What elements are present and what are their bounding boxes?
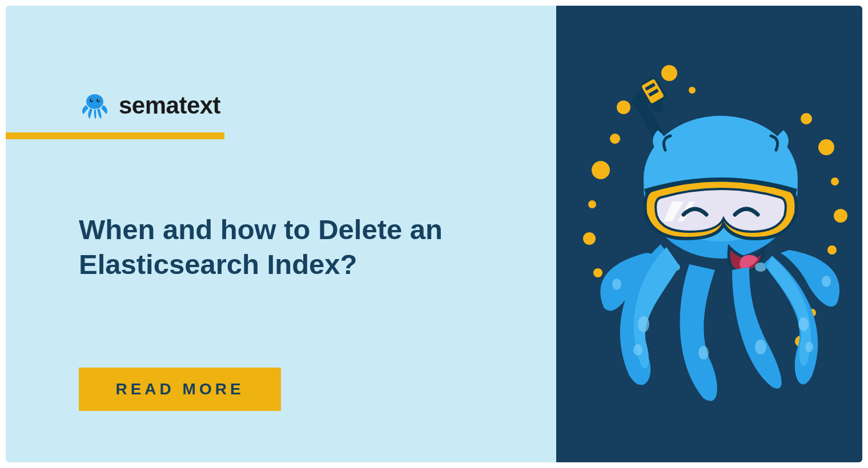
svg-point-1 [90, 99, 93, 102]
svg-point-5 [617, 100, 630, 114]
svg-point-17 [834, 209, 847, 223]
svg-point-2 [97, 99, 100, 102]
svg-point-4 [98, 99, 99, 100]
read-more-button[interactable]: READ MORE [79, 368, 281, 411]
svg-point-32 [633, 344, 642, 356]
page-title: When and how to Delete an Elasticsearch … [79, 212, 519, 283]
svg-point-36 [805, 342, 813, 352]
svg-point-35 [798, 317, 809, 331]
svg-point-7 [661, 65, 677, 81]
octopus-mascot-illustration [561, 56, 858, 412]
svg-point-15 [818, 139, 834, 155]
svg-point-10 [592, 161, 610, 179]
svg-point-31 [638, 316, 649, 332]
octopus-icon [79, 91, 111, 120]
accent-underline [6, 132, 224, 139]
svg-point-11 [588, 200, 596, 208]
svg-point-33 [698, 346, 709, 360]
svg-point-0 [86, 94, 103, 109]
brand-name: sematext [119, 92, 220, 119]
svg-point-8 [689, 87, 696, 94]
brand-logo: sematext [79, 91, 220, 120]
svg-point-14 [801, 113, 812, 124]
svg-point-34 [755, 340, 766, 354]
svg-point-38 [822, 276, 831, 287]
svg-point-3 [91, 99, 93, 100]
svg-point-12 [583, 232, 596, 245]
illustration-pane [556, 6, 862, 462]
content-pane: sematext When and how to Delete an Elast… [6, 6, 556, 462]
promo-card: sematext When and how to Delete an Elast… [6, 6, 862, 462]
svg-point-13 [593, 268, 602, 277]
svg-point-18 [827, 245, 837, 255]
svg-point-9 [610, 134, 620, 144]
svg-point-37 [612, 279, 621, 290]
svg-point-16 [831, 177, 839, 185]
